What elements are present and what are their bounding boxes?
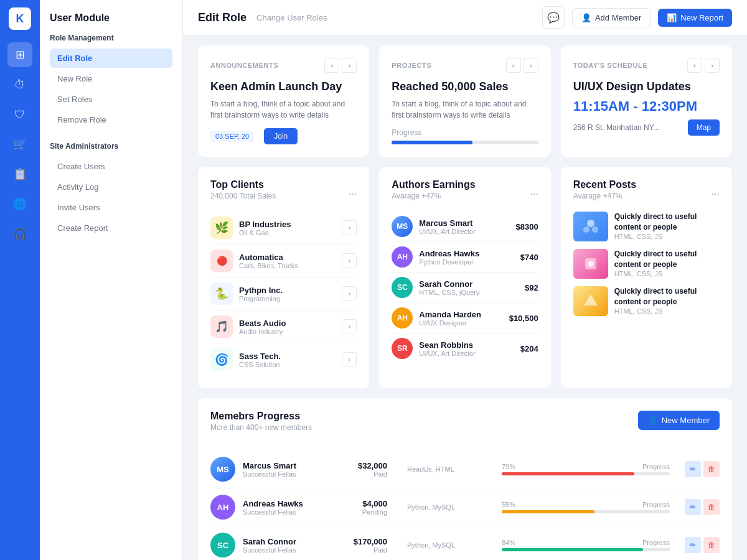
projects-card: PROJECTS ‹ › Reached 50,000 Sales To sta…	[379, 45, 550, 157]
map-button[interactable]: Map	[688, 119, 720, 136]
sass-arrow[interactable]: ›	[342, 352, 357, 367]
member-prog-bg	[502, 510, 670, 513]
announcements-title: Keen Admin Launch Day	[210, 80, 357, 93]
top-clients-menu[interactable]: ···	[349, 189, 357, 200]
nav-icon-list[interactable]: 📋	[7, 162, 32, 187]
delete-member-button[interactable]: 🗑	[703, 499, 720, 515]
progress-label: Progress	[392, 128, 538, 137]
sidebar-item-remove-role[interactable]: Remove Role	[50, 110, 172, 129]
schedule-label: TODAY'S SCHEDULE	[573, 62, 687, 69]
member-row: SC Sarah Connor Successful Fellas $170,0…	[210, 526, 720, 560]
member-avatar-marcus: MS	[210, 457, 235, 482]
bp-arrow[interactable]: ›	[342, 220, 357, 235]
content-area: ANNOUNCEMENTS ‹ › Keen Admin Launch Day …	[183, 35, 747, 560]
top-clients-title: Top Clients	[210, 179, 276, 190]
author-row: SR Sean RobbinsUI/UX, Art Director $204	[392, 334, 538, 363]
post-thumb-1	[573, 212, 608, 241]
edit-member-button[interactable]: ✏	[685, 461, 701, 477]
post-title-2: Quickly direct to useful content or peop…	[614, 249, 720, 270]
announcements-label: ANNOUNCEMENTS	[210, 62, 324, 69]
join-button[interactable]: Join	[264, 128, 298, 144]
page-subtitle: Change User Roles	[256, 13, 327, 22]
author-row: MS Marcus SmartUI/UX, Art Director $8300	[392, 212, 538, 242]
nav-icon-timer[interactable]: ⏱	[7, 72, 32, 97]
icon-bar: K ⊞ ⏱ 🛡 🛒 📋 🌐 🎧	[0, 0, 40, 560]
nav-icon-support[interactable]: 🎧	[7, 222, 32, 246]
projects-next[interactable]: ›	[524, 58, 538, 73]
authors-subtitle: Avarage +47%	[392, 192, 475, 200]
sidebar-item-create-report[interactable]: Create Report	[50, 218, 172, 238]
schedule-time: 11:15AM - 12:30PM	[573, 98, 720, 114]
python-logo: 🐍	[210, 282, 233, 305]
post-thumb-3	[573, 286, 608, 316]
authors-card: Authors Earnings Avarage +47% ··· MS Mar…	[379, 167, 550, 388]
member-avatar-andreas: AH	[210, 495, 235, 520]
member-row: AH Andreas Hawks Successful Fellas $4,00…	[210, 488, 720, 526]
svg-marker-5	[584, 294, 598, 306]
projects-label: PROJECTS	[392, 62, 505, 69]
sidebar-item-invite-users[interactable]: Invite Users	[50, 198, 172, 217]
member-avatar-sarah: SC	[210, 533, 235, 558]
client-item: 🌀 Sass Tech.CSS Solution ›	[210, 343, 357, 376]
beats-arrow[interactable]: ›	[342, 319, 357, 334]
projects-prev[interactable]: ‹	[506, 58, 521, 73]
page-title: Edit Role	[198, 11, 247, 24]
member-prog-bg	[502, 548, 670, 551]
sean-avatar: SR	[392, 338, 413, 359]
nav-icon-cart[interactable]: 🛒	[7, 132, 32, 157]
python-arrow[interactable]: ›	[342, 286, 357, 301]
recent-posts-title: Recent Posts	[573, 179, 636, 190]
projects-title: Reached 50,000 Sales	[392, 80, 538, 93]
sidebar-item-edit-role[interactable]: Edit Role	[50, 49, 172, 68]
schedule-next[interactable]: ›	[705, 58, 720, 73]
edit-member-button[interactable]: ✏	[685, 537, 701, 553]
member-prog-fill	[502, 472, 634, 475]
announcements-next[interactable]: ›	[342, 58, 357, 73]
svg-point-4	[588, 261, 594, 267]
sidebar: User Module Role Management Edit Role Ne…	[40, 0, 183, 560]
sidebar-item-set-roles[interactable]: Set Roles	[50, 90, 172, 109]
new-member-icon: 👤	[648, 416, 658, 425]
member-prog-fill	[502, 548, 643, 551]
new-member-button[interactable]: 👤 New Member	[638, 411, 720, 430]
auto-arrow[interactable]: ›	[342, 253, 357, 268]
post-tags-3: HTML, CSS, JS	[614, 307, 720, 315]
edit-member-button[interactable]: ✏	[685, 499, 701, 515]
delete-member-button[interactable]: 🗑	[703, 537, 720, 553]
client-item: 🌿 BP IndustriesOil & Gas ›	[210, 212, 357, 245]
nav-icon-shield[interactable]: 🛡	[7, 102, 32, 127]
recent-posts-menu[interactable]: ···	[712, 189, 720, 200]
client-item: 🎵 Beats AudioAudio Industry ›	[210, 310, 357, 343]
announcements-prev[interactable]: ‹	[324, 58, 339, 73]
auto-logo: 🔴	[210, 250, 233, 272]
new-report-button[interactable]: 📊 New Report	[658, 9, 732, 27]
add-member-icon: 👤	[581, 13, 591, 22]
announcements-date: 03 SEP, 20	[210, 131, 254, 142]
post-title-1: Quickly direct to useful content or peop…	[614, 212, 720, 233]
site-admin-title: Site Administrators	[50, 142, 172, 151]
post-item: Quickly direct to useful content or peop…	[573, 286, 720, 316]
nav-icon-globe[interactable]: 🌐	[7, 192, 32, 217]
marcus-avatar: MS	[392, 216, 413, 237]
schedule-title: UI/UX Design Updates	[573, 80, 720, 93]
andreas-avatar: AH	[392, 246, 413, 268]
authors-menu[interactable]: ···	[530, 189, 538, 200]
member-row: MS Marcus Smart Successful Fellas $32,00…	[210, 450, 720, 488]
sidebar-item-activity-log[interactable]: Activity Log	[50, 177, 172, 197]
delete-member-button[interactable]: 🗑	[703, 461, 720, 477]
main-content: Edit Role Change User Roles 💬 👤 Add Memb…	[183, 0, 747, 560]
sidebar-item-create-users[interactable]: Create Users	[50, 157, 172, 176]
recent-posts-subtitle: Avarage +47%	[573, 192, 636, 200]
chat-icon-btn[interactable]: 💬	[542, 6, 565, 29]
bp-logo: 🌿	[210, 217, 233, 239]
top-clients-subtitle: 240,000 Total Sales	[210, 192, 276, 200]
sidebar-item-new-role[interactable]: New Role	[50, 69, 172, 88]
members-progress-header: Memebrs Progress More than 400+ new memb…	[210, 411, 720, 441]
schedule-address: 256 R St. Manhattan NY...	[573, 123, 660, 132]
schedule-prev[interactable]: ‹	[687, 58, 702, 73]
post-title-3: Quickly direct to useful content or peop…	[614, 286, 720, 307]
add-member-button[interactable]: 👤 Add Member	[572, 8, 651, 27]
author-row: AH Amanda HardenUI/UX Designer $10,500	[392, 303, 538, 334]
sarah-avatar: SC	[392, 277, 413, 298]
nav-icon-dashboard[interactable]: ⊞	[7, 42, 32, 67]
